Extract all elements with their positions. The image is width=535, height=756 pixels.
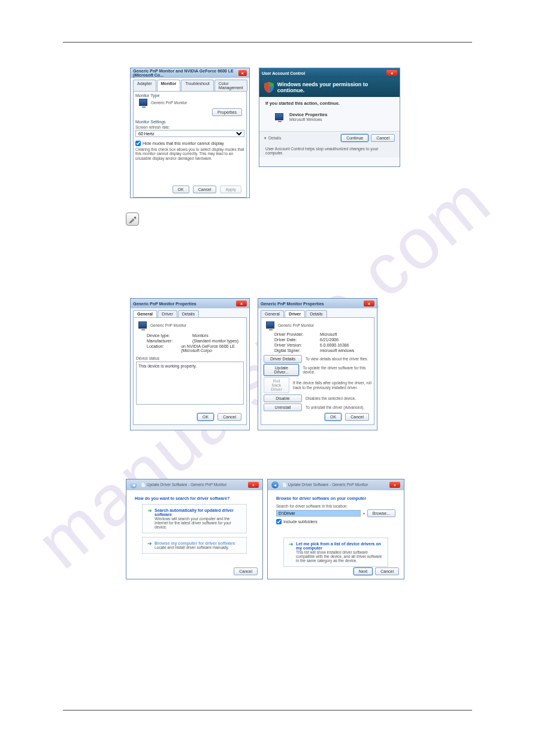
driver-provider-label: Driver Provider: bbox=[274, 332, 316, 336]
browse-button[interactable]: Browse... bbox=[367, 509, 395, 517]
uac-started-text: If you started this action, continue. bbox=[265, 101, 394, 106]
dropdown-icon[interactable]: ▾ bbox=[363, 511, 365, 515]
include-subfolders-checkbox[interactable]: Include subfolders bbox=[276, 519, 395, 524]
driver-provider-value: Microsoft bbox=[320, 332, 337, 336]
driver-version-value: 6.0.6000.16386 bbox=[320, 343, 349, 347]
details-expander[interactable]: ▾ Details bbox=[264, 136, 281, 141]
driver-date-label: Driver Date: bbox=[274, 338, 316, 342]
update-driver-wizard-search: ◄ 📄 Update Driver Software - Generic PnP… bbox=[126, 479, 263, 579]
option-search-automatically[interactable]: ➔ Search automatically for updated drive… bbox=[142, 504, 247, 533]
window-title: User Account Control bbox=[262, 71, 305, 75]
hide-modes-label: Hide modes that this monitor cannot disp… bbox=[143, 141, 224, 145]
tab-details[interactable]: Details bbox=[178, 310, 199, 317]
driver-details-button[interactable]: Driver Details bbox=[264, 355, 302, 363]
cancel-button[interactable]: Cancel bbox=[193, 186, 217, 193]
digital-signer-label: Digital Signer: bbox=[274, 348, 316, 353]
ok-button[interactable]: OK bbox=[173, 186, 189, 193]
chevron-down-icon: ▾ bbox=[264, 136, 267, 141]
titlebar: Generic PnP Monitor and NVIDIA GeForce 6… bbox=[131, 68, 249, 78]
rollback-driver-button: Roll Back Driver bbox=[264, 377, 289, 393]
uac-headline: Windows needs your permission to contion… bbox=[277, 81, 395, 93]
device-type-label: Device type: bbox=[147, 333, 189, 338]
location-label: Location: bbox=[147, 344, 177, 353]
option-title: Search automatically for updated driver … bbox=[155, 508, 241, 517]
tab-details[interactable]: Details bbox=[306, 310, 327, 317]
cancel-button[interactable]: Cancel bbox=[217, 413, 241, 421]
option-browse-computer[interactable]: ➔ Browse my computer for driver software… bbox=[142, 537, 247, 554]
device-properties-driver-dialog: Generic PnP Monitor Properties × General… bbox=[258, 298, 377, 430]
properties-button[interactable]: Properties bbox=[212, 108, 242, 116]
close-icon[interactable]: × bbox=[238, 70, 247, 76]
driver-version-label: Driver Version: bbox=[274, 343, 316, 347]
update-driver-help: To update the driver software for this d… bbox=[303, 366, 371, 374]
uac-footer: User Account Control helps stop unauthor… bbox=[259, 144, 400, 157]
uac-banner: Windows needs your permission to contion… bbox=[259, 78, 400, 97]
window-title: Generic PnP Monitor Properties bbox=[133, 302, 197, 306]
close-icon[interactable]: × bbox=[248, 482, 259, 488]
include-subfolders-label: Include subfolders bbox=[283, 520, 318, 524]
tab-adapter[interactable]: Adapter bbox=[133, 80, 156, 91]
include-subfolders-input[interactable] bbox=[276, 519, 282, 524]
arrow-icon: ➔ bbox=[147, 541, 152, 549]
close-icon[interactable]: × bbox=[389, 482, 400, 488]
cancel-button[interactable]: Cancel bbox=[371, 134, 395, 142]
tab-monitor[interactable]: Monitor bbox=[157, 80, 181, 91]
continue-button[interactable]: Continue bbox=[341, 134, 368, 142]
close-icon[interactable]: × bbox=[386, 70, 397, 76]
back-icon[interactable]: ◄ bbox=[271, 481, 279, 488]
hide-modes-checkbox-input[interactable] bbox=[135, 141, 141, 146]
device-name: Generic PnP Monitor bbox=[150, 323, 186, 327]
update-driver-button[interactable]: Update Driver... bbox=[264, 364, 299, 376]
uac-dialog: User Account Control × Windows needs you… bbox=[259, 68, 400, 167]
cancel-button[interactable]: Cancel bbox=[375, 567, 399, 575]
refresh-rate-label: Screen refresh rate: bbox=[135, 125, 244, 129]
tab-general[interactable]: General bbox=[133, 310, 157, 317]
tab-troubleshoot[interactable]: Troubleshoot bbox=[181, 80, 214, 91]
tab-driver[interactable]: Driver bbox=[285, 310, 305, 317]
back-icon[interactable]: ◄ bbox=[130, 481, 137, 488]
option-sub: This list will show installed driver sof… bbox=[296, 550, 383, 563]
disable-button[interactable]: Disable bbox=[264, 394, 302, 402]
uninstall-help: To uninstall the driver (Advanced). bbox=[306, 405, 364, 409]
details-label: Details bbox=[268, 136, 281, 140]
location-value: on NVIDIA GeForce 6600 LE (Microsoft Cor… bbox=[181, 344, 244, 353]
titlebar: User Account Control × bbox=[259, 68, 400, 78]
uac-item-title: Device Properties bbox=[289, 112, 327, 117]
apply-button: Apply bbox=[220, 186, 241, 193]
close-icon[interactable]: × bbox=[236, 300, 247, 306]
tab-general[interactable]: General bbox=[261, 310, 284, 317]
device-name: Generic PnP Monitor bbox=[278, 323, 314, 327]
ok-button[interactable]: OK bbox=[197, 413, 214, 421]
close-icon[interactable]: × bbox=[364, 300, 374, 306]
path-input[interactable] bbox=[276, 510, 361, 517]
monitor-settings-label: Monitor Settings bbox=[135, 120, 244, 124]
cancel-button[interactable]: Cancel bbox=[234, 567, 258, 575]
uninstall-button[interactable]: Uninstall bbox=[264, 403, 302, 411]
option-pick-from-list[interactable]: ➔ Let me pick from a list of device driv… bbox=[283, 538, 388, 567]
search-location-label: Search for driver software in this locat… bbox=[276, 504, 395, 508]
refresh-rate-select[interactable]: 60 Hertz bbox=[135, 130, 244, 137]
tab-driver[interactable]: Driver bbox=[158, 310, 177, 317]
next-button[interactable]: Next bbox=[353, 567, 373, 575]
hide-modes-help: Clearing this check box allows you to se… bbox=[135, 147, 244, 160]
driver-details-help: To view details about the driver files. bbox=[306, 357, 368, 361]
uac-item-sub: Microsoft Windows bbox=[289, 117, 327, 122]
shield-icon bbox=[264, 82, 274, 93]
monitor-name: Generic PnP Monitor bbox=[151, 101, 187, 105]
device-properties-general-dialog: Generic PnP Monitor Properties × General… bbox=[130, 298, 250, 430]
titlebar: Generic PnP Monitor Properties × bbox=[131, 299, 249, 308]
option-sub: Windows will search your computer and th… bbox=[155, 517, 241, 529]
manufacturer-value: (Standard monitor types) bbox=[192, 339, 238, 343]
cancel-button[interactable]: Cancel bbox=[345, 413, 369, 421]
window-title: Generic PnP Monitor Properties bbox=[261, 302, 324, 306]
monitor-icon bbox=[266, 321, 274, 329]
manufacturer-label: Manufacturer: bbox=[147, 339, 189, 343]
tab-color-management[interactable]: Color Management bbox=[214, 80, 247, 91]
rollback-driver-help: If the device fails after updating the d… bbox=[293, 381, 371, 389]
option-title: Browse my computer for driver software bbox=[155, 541, 235, 545]
driver-date-value: 6/21/2006 bbox=[320, 338, 338, 342]
monitor-settings-dialog: Generic PnP Monitor and NVIDIA GeForce 6… bbox=[130, 68, 250, 198]
device-status-text: This device is working properly. bbox=[136, 362, 244, 405]
ok-button[interactable]: OK bbox=[325, 413, 341, 421]
hide-modes-checkbox[interactable]: Hide modes that this monitor cannot disp… bbox=[135, 141, 244, 146]
